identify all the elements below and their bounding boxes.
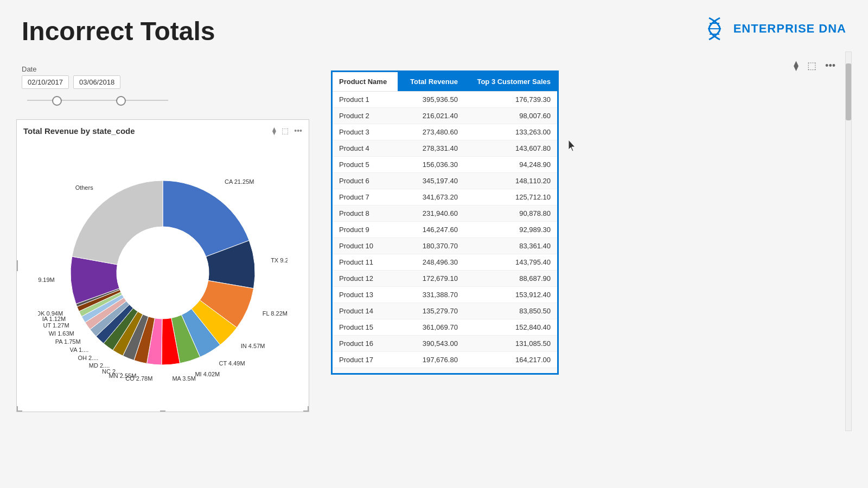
cell-top3: 133,263.00	[464, 124, 557, 140]
table-row: Product 14 135,279.70 83,850.50	[333, 303, 557, 319]
donut-filter-icon[interactable]: ⧫	[272, 126, 276, 135]
mouse-cursor	[569, 140, 577, 152]
cell-top3: 143,607.80	[464, 140, 557, 157]
col-total-revenue[interactable]: Total Revenue	[398, 72, 464, 92]
cell-product-name: Product 6	[333, 173, 398, 189]
donut-more-icon[interactable]: •••	[294, 126, 302, 135]
svg-text:MA 3.5M: MA 3.5M	[172, 375, 195, 382]
svg-text:UT 1.27M: UT 1.27M	[43, 322, 69, 329]
cell-revenue: 156,036.30	[398, 157, 464, 173]
table-row: Product 15 361,069.70 152,840.40	[333, 319, 557, 336]
page-title: Incorrect Totals	[22, 16, 215, 46]
cell-revenue: 278,331.40	[398, 140, 464, 157]
cell-revenue: 248,496.30	[398, 254, 464, 271]
date-filter: Date 02/10/2017 03/06/2018	[22, 65, 174, 108]
cell-top3: 94,248.90	[464, 157, 557, 173]
date-start[interactable]: 02/10/2017	[22, 75, 69, 89]
export-icon[interactable]: ⬚	[807, 60, 816, 72]
cell-revenue: 345,197.40	[398, 173, 464, 189]
donut-controls: ⧫ ⬚ •••	[272, 126, 302, 135]
svg-text:WI 1.63M: WI 1.63M	[49, 330, 74, 337]
table-scroll[interactable]: Product Name Total Revenue Top 3 Custome…	[333, 72, 557, 373]
cell-revenue: 331,388.70	[398, 287, 464, 303]
svg-text:VA 1....: VA 1....	[70, 346, 89, 353]
cell-top3: 131,085.50	[464, 336, 557, 352]
cell-revenue: 390,543.00	[398, 336, 464, 352]
svg-text:TX 9.25M: TX 9.25M	[271, 257, 288, 264]
cell-product-name: Product 17	[333, 352, 398, 368]
table-row: Product 7 341,673.20 125,712.10	[333, 189, 557, 206]
date-slider[interactable]	[22, 92, 174, 108]
svg-text:Others: Others	[75, 184, 94, 191]
col-product-name[interactable]: Product Name	[333, 72, 398, 92]
filter-icon[interactable]: ⧫	[794, 60, 799, 72]
donut-svg: CA 21.25MTX 9.25MFL 8.22MIN 4.57MCT 4.49…	[38, 148, 288, 392]
table-row: Product 16 390,543.00 131,085.50	[333, 336, 557, 352]
table-row: Product 11 248,496.30 143,795.40	[333, 254, 557, 271]
date-end[interactable]: 03/06/2018	[73, 75, 120, 89]
logo-area: ENTERPRISE DNA	[701, 15, 846, 42]
cell-top3: 92,989.30	[464, 222, 557, 238]
cell-top3: 88,687.90	[464, 271, 557, 287]
table-row: Product 6 345,197.40 148,110.20	[333, 173, 557, 189]
cell-top3: 98,007.60	[464, 108, 557, 124]
slider-handle-left[interactable]	[52, 96, 62, 106]
cell-product-name: Product 10	[333, 238, 398, 254]
cell-product-name: Product 12	[333, 271, 398, 287]
cell-revenue: 231,940.60	[398, 206, 464, 222]
col-top3-sales[interactable]: Top 3 Customer Sales	[464, 72, 557, 92]
cell-top3: 176,739.30	[464, 92, 557, 108]
cell-revenue: 332,299.90	[398, 368, 464, 374]
cell-revenue: 135,279.70	[398, 303, 464, 319]
table-row: Product 1 395,936.50 176,739.30	[333, 92, 557, 108]
cell-product-name: Product 1	[333, 92, 398, 108]
svg-text:IA 1.12M: IA 1.12M	[42, 316, 66, 322]
cell-top3: 152,840.40	[464, 319, 557, 336]
svg-text:FL 8.22M: FL 8.22M	[263, 310, 288, 317]
logo-text: ENTERPRISE DNA	[733, 22, 846, 36]
cell-product-name: Product 9	[333, 222, 398, 238]
cell-revenue: 341,673.20	[398, 189, 464, 206]
more-icon[interactable]: •••	[825, 60, 835, 72]
table-header-row: Product Name Total Revenue Top 3 Custome…	[333, 72, 557, 92]
date-label: Date	[22, 65, 174, 73]
cell-top3: 164,217.00	[464, 352, 557, 368]
svg-text:MI 4.02M: MI 4.02M	[195, 371, 220, 377]
cell-product-name: Product 4	[333, 140, 398, 157]
cell-top3: 90,878.80	[464, 206, 557, 222]
cell-product-name: Product 7	[333, 189, 398, 206]
table-row: Product 12 172,679.10 88,687.90	[333, 271, 557, 287]
table-row: Product 18 332,299.90 122,462.60	[333, 368, 557, 374]
cell-revenue: 172,679.10	[398, 271, 464, 287]
svg-text:PA 1.75M: PA 1.75M	[55, 338, 81, 345]
donut-expand-icon[interactable]: ⬚	[282, 126, 289, 135]
donut-title: Total Revenue by state_code	[23, 126, 135, 136]
svg-text:NC 2....: NC 2....	[102, 368, 122, 375]
cell-revenue: 197,676.80	[398, 352, 464, 368]
cell-top3: 148,110.20	[464, 173, 557, 189]
svg-text:IL 9.19M: IL 9.19M	[38, 277, 55, 283]
date-inputs: 02/10/2017 03/06/2018	[22, 75, 174, 89]
table-row: Product 9 146,247.60 92,989.30	[333, 222, 557, 238]
slider-handle-right[interactable]	[116, 96, 126, 106]
cell-revenue: 216,021.40	[398, 108, 464, 124]
table-row: Product 4 278,331.40 143,607.80	[333, 140, 557, 157]
dna-icon	[701, 15, 728, 42]
table-panel: Product Name Total Revenue Top 3 Custome…	[331, 70, 559, 375]
cell-product-name: Product 14	[333, 303, 398, 319]
svg-text:IN 4.57M: IN 4.57M	[241, 343, 265, 349]
svg-text:MD 2....: MD 2....	[89, 362, 110, 369]
table-row: Product 5 156,036.30 94,248.90	[333, 157, 557, 173]
svg-text:CT 4.49M: CT 4.49M	[219, 360, 245, 367]
svg-text:OH 2....: OH 2....	[78, 355, 99, 361]
cell-product-name: Product 18	[333, 368, 398, 374]
cell-revenue: 361,069.70	[398, 319, 464, 336]
table-row: Product 2 216,021.40 98,007.60	[333, 108, 557, 124]
cell-product-name: Product 5	[333, 157, 398, 173]
table-row: Product 13 331,388.70 153,912.40	[333, 287, 557, 303]
cell-top3: 153,912.40	[464, 287, 557, 303]
cell-product-name: Product 11	[333, 254, 398, 271]
cell-top3: 83,361.40	[464, 238, 557, 254]
svg-text:CA 21.25M: CA 21.25M	[225, 178, 254, 185]
cell-top3: 122,462.60	[464, 368, 557, 374]
